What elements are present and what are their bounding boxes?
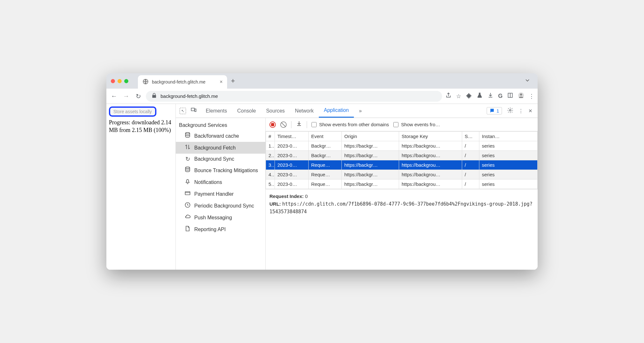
col-event[interactable]: Event	[309, 132, 342, 141]
main-content: Store assets locally Progress: downloade…	[106, 104, 538, 270]
sidebar-section-title: Background Services	[176, 120, 265, 130]
table-row[interactable]: 1.2023-0…Backgr…https://backgr…https://b…	[266, 141, 538, 151]
table-cell: series	[479, 151, 538, 160]
table-cell: 5.	[266, 179, 275, 189]
svg-point-9	[185, 167, 190, 169]
browser-tab[interactable]: background-fetch.glitch.me ×	[138, 75, 227, 89]
table-cell: Backgr…	[309, 151, 342, 160]
close-window-button[interactable]	[111, 79, 115, 83]
table-row[interactable]: 5.2023-0…Reque…https://backgr…https://ba…	[266, 179, 538, 189]
tab-elements[interactable]: Elements	[201, 104, 232, 118]
events-table: # Timest… Event Origin Storage Key S… In…	[266, 131, 538, 189]
table-cell: series	[479, 170, 538, 179]
table-cell: https://backgrou…	[399, 170, 462, 179]
table-cell: Backgr…	[309, 141, 342, 151]
table-cell: series	[479, 141, 538, 151]
col-origin[interactable]: Origin	[342, 132, 399, 141]
show-other-domains-checkbox[interactable]: Show events from other domains	[311, 122, 389, 127]
table-cell: 2023-0…	[275, 151, 309, 160]
kebab-icon[interactable]: ⋮	[519, 108, 523, 114]
table-cell: /	[462, 141, 479, 151]
svg-point-7	[510, 110, 511, 111]
flask-icon[interactable]	[476, 92, 483, 100]
table-row[interactable]: 3.2023-0…Reque…https://backgr…https://ba…	[266, 160, 538, 170]
star-icon[interactable]: ☆	[456, 93, 461, 100]
database-icon	[184, 132, 191, 140]
progress-text: Progress: downloaded 2.14 MB from 2.15 M…	[109, 119, 173, 134]
svg-rect-6	[195, 109, 196, 112]
sidebar-item-background-fetch[interactable]: Background Fetch	[176, 142, 265, 154]
show-events-from-checkbox[interactable]: Show events fro…	[393, 122, 440, 127]
reader-icon[interactable]	[507, 92, 513, 100]
share-icon[interactable]	[445, 92, 452, 100]
table-cell: https://backgr…	[342, 151, 399, 160]
sidebar-item-bounce-tracking[interactable]: Bounce Tracking Mitigations	[176, 164, 265, 176]
col-timestamp[interactable]: Timest…	[275, 132, 309, 141]
sidebar-item-label: Periodic Background Sync	[194, 203, 254, 209]
reload-button[interactable]: ↻	[134, 92, 143, 100]
minimize-window-button[interactable]	[118, 79, 122, 83]
col-storage-key[interactable]: Storage Key	[399, 132, 462, 141]
sidebar-item-push-messaging[interactable]: Push Messaging	[176, 212, 265, 223]
table-cell: Reque…	[309, 170, 342, 179]
sidebar-item-notifications[interactable]: Notifications	[176, 176, 265, 188]
divider	[291, 121, 291, 128]
new-tab-button[interactable]: +	[231, 77, 235, 85]
download-button[interactable]	[296, 120, 302, 128]
table-header-row: # Timest… Event Origin Storage Key S… In…	[266, 132, 538, 141]
clear-button[interactable]	[280, 121, 287, 128]
profile-icon[interactable]	[518, 92, 524, 100]
extensions-icon[interactable]	[466, 92, 472, 100]
back-button[interactable]: ←	[110, 92, 118, 100]
sidebar-item-reporting-api[interactable]: Reporting API	[176, 223, 265, 235]
checkbox-input[interactable]	[393, 122, 398, 127]
col-number[interactable]: #	[266, 132, 275, 141]
sidebar-item-label: Reporting API	[194, 227, 226, 232]
table-cell: https://backgrou…	[399, 160, 462, 170]
clock-icon	[184, 202, 191, 210]
tab-console[interactable]: Console	[232, 104, 261, 118]
issues-badge[interactable]: 1	[487, 107, 502, 114]
bell-icon	[184, 178, 191, 186]
store-assets-button[interactable]: Store assets locally	[109, 106, 156, 117]
table-row[interactable]: 2.2023-0…Backgr…https://backgr…https://b…	[266, 151, 538, 160]
tab-application[interactable]: Application	[319, 104, 354, 118]
checkbox-input[interactable]	[311, 122, 317, 127]
sidebar-item-payment-handler[interactable]: Payment Handler	[176, 188, 265, 200]
tab-more[interactable]: »	[354, 104, 367, 118]
menu-icon[interactable]: ⋮	[529, 93, 534, 100]
url-input[interactable]: background-fetch.glitch.me	[146, 91, 442, 102]
lock-icon	[151, 92, 157, 100]
chevron-down-icon[interactable]	[524, 77, 531, 85]
forward-button[interactable]: →	[122, 92, 131, 100]
device-toolbar-icon[interactable]	[190, 107, 197, 115]
col-instance[interactable]: Instan…	[479, 132, 538, 141]
col-scope[interactable]: S…	[462, 132, 479, 141]
sidebar-item-background-sync[interactable]: ↻ Background Sync	[176, 154, 265, 164]
maximize-window-button[interactable]	[124, 79, 128, 83]
inspect-icon[interactable]: ↖	[180, 108, 186, 114]
table-row[interactable]: 4.2023-0…Reque…https://backgr…https://ba…	[266, 170, 538, 179]
window-controls	[111, 79, 128, 83]
sidebar-item-periodic-sync[interactable]: Periodic Background Sync	[176, 200, 265, 212]
url-text: background-fetch.glitch.me	[161, 93, 218, 99]
sidebar-item-label: Background Sync	[194, 156, 234, 162]
table-cell: https://backgr…	[342, 170, 399, 179]
record-button[interactable]	[269, 121, 276, 128]
titlebar: background-fetch.glitch.me × +	[106, 73, 538, 89]
close-devtools-icon[interactable]: ✕	[528, 108, 533, 114]
table-cell: /	[462, 160, 479, 170]
google-icon[interactable]: G	[498, 93, 503, 99]
url-label: URL:	[269, 201, 281, 207]
tab-sources[interactable]: Sources	[261, 104, 290, 118]
download-icon[interactable]	[487, 92, 494, 100]
tab-network[interactable]: Network	[290, 104, 319, 118]
page-content: Store assets locally Progress: downloade…	[106, 104, 176, 270]
close-tab-icon[interactable]: ×	[220, 79, 223, 85]
table-cell: Reque…	[309, 160, 342, 170]
sidebar-item-back-forward-cache[interactable]: Back/forward cache	[176, 130, 265, 142]
gear-icon[interactable]	[507, 107, 513, 114]
table-cell: https://backgr…	[342, 179, 399, 189]
globe-icon	[142, 78, 149, 86]
svg-point-8	[185, 133, 190, 134]
